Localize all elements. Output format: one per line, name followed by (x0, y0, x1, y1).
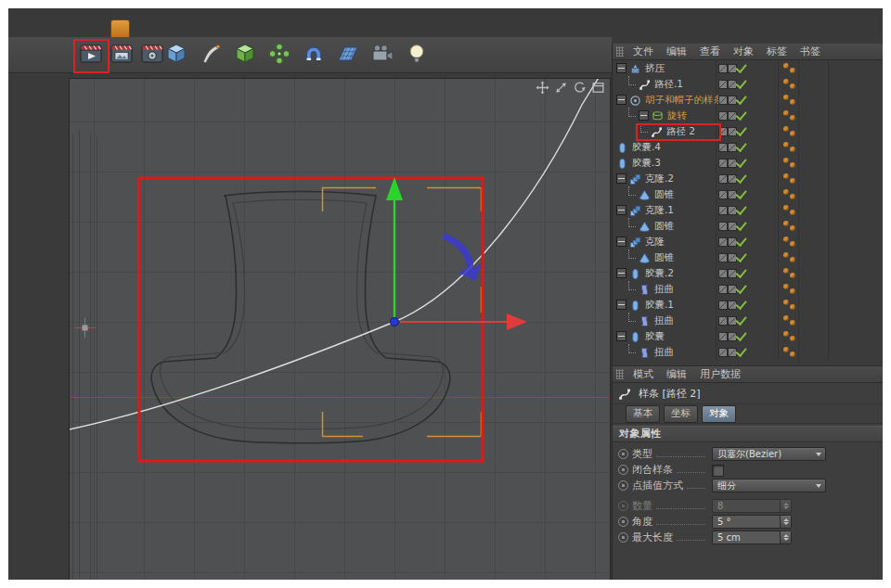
tree-row[interactable]: 扭曲 (613, 313, 883, 328)
tree-row[interactable]: 胶囊 (613, 328, 883, 344)
object-manager-menu-item[interactable]: 标签 (760, 45, 794, 58)
editor-visibility-toggle[interactable] (718, 206, 728, 215)
enabled-check-icon[interactable] (735, 93, 746, 105)
close_spline-checkbox[interactable] (712, 465, 724, 477)
editor-visibility-toggle[interactable] (718, 269, 728, 278)
enabled-check-icon[interactable] (735, 77, 746, 89)
scale-icon[interactable] (554, 81, 568, 95)
stepper-arrows[interactable] (780, 516, 791, 528)
visibility-dot-icon[interactable] (790, 225, 795, 231)
enabled-check-icon[interactable] (735, 329, 746, 341)
type-dropdown[interactable]: 贝塞尔(Bezier) (712, 447, 826, 461)
visibility-dot-icon[interactable] (783, 79, 789, 84)
visibility-dot-icon[interactable] (790, 115, 795, 121)
enabled-check-icon[interactable] (735, 124, 746, 136)
visibility-dot-icon[interactable] (783, 126, 789, 132)
enabled-check-icon[interactable] (735, 266, 746, 278)
visibility-dot-icon[interactable] (783, 331, 789, 337)
object-manager-menu-item[interactable]: 对象 (727, 45, 760, 58)
tree-row[interactable]: 胶囊.4 (613, 139, 883, 155)
visibility-dot-icon[interactable] (783, 236, 789, 242)
tree-row[interactable]: 路径.1 (613, 76, 883, 92)
subdivision-surface-icon[interactable] (231, 40, 259, 68)
editor-visibility-toggle[interactable] (718, 348, 728, 357)
array-icon[interactable] (265, 40, 293, 68)
enabled-check-icon[interactable] (735, 345, 746, 357)
tree-row[interactable]: 克隆.2 (613, 171, 883, 186)
enabled-check-icon[interactable] (735, 109, 746, 121)
panel-grip-icon[interactable] (616, 46, 624, 57)
tab-对象[interactable]: 对象 (702, 405, 736, 423)
tab-基本[interactable]: 基本 (626, 405, 660, 423)
stepper-arrows[interactable] (780, 531, 791, 543)
editor-visibility-toggle[interactable] (718, 253, 728, 262)
enabled-check-icon[interactable] (735, 172, 746, 184)
visibility-dot-icon[interactable] (783, 300, 789, 305)
selected-point[interactable] (391, 318, 399, 326)
visibility-dot-icon[interactable] (790, 68, 795, 73)
visibility-dot-icon[interactable] (783, 221, 789, 226)
visibility-dot-icon[interactable] (790, 178, 795, 184)
visibility-dot-icon[interactable] (790, 257, 795, 262)
collapse-expander[interactable] (616, 331, 626, 341)
x-axis-handle[interactable] (400, 313, 527, 330)
object-manager-menu-item[interactable]: 书签 (794, 45, 827, 58)
camera-icon[interactable] (368, 40, 396, 68)
tree-row[interactable]: 路径 2 (613, 123, 883, 139)
editor-visibility-toggle[interactable] (718, 222, 728, 231)
visibility-dot-icon[interactable] (783, 252, 789, 258)
visibility-dot-icon[interactable] (790, 320, 795, 326)
attribute-manager-menu-item[interactable]: 用户数据 (693, 367, 747, 381)
visibility-dot-icon[interactable] (783, 347, 789, 352)
editor-visibility-toggle[interactable] (718, 64, 728, 73)
visibility-dot-icon[interactable] (783, 189, 789, 195)
editor-visibility-toggle[interactable] (718, 300, 728, 310)
y-axis-handle[interactable] (386, 177, 403, 322)
count-stepper[interactable]: 8 (712, 499, 792, 513)
visibility-dot-icon[interactable] (783, 95, 789, 100)
object-manager-menu-item[interactable]: 查看 (693, 45, 727, 58)
editor-visibility-toggle[interactable] (718, 111, 728, 121)
enabled-check-icon[interactable] (735, 282, 746, 294)
object-manager-menu-item[interactable]: 编辑 (660, 45, 693, 58)
enabled-check-icon[interactable] (735, 140, 746, 152)
light-icon[interactable] (403, 40, 431, 68)
tree-row[interactable]: 圆锥 (613, 186, 883, 202)
cube-icon[interactable] (162, 40, 190, 68)
tree-row[interactable]: 旋转 (613, 108, 883, 123)
visibility-dot-icon[interactable] (783, 205, 789, 211)
visibility-dot-icon[interactable] (790, 194, 795, 199)
render-to-picture-viewer-icon[interactable] (108, 40, 136, 68)
angle-stepper[interactable]: 5 ° (712, 515, 792, 529)
visibility-dot-icon[interactable] (790, 162, 795, 168)
visibility-dot-icon[interactable] (790, 352, 795, 357)
visibility-dot-icon[interactable] (790, 83, 795, 89)
visibility-dot-icon[interactable] (790, 210, 795, 215)
visibility-dot-icon[interactable] (783, 142, 789, 147)
visibility-dot-icon[interactable] (783, 158, 789, 163)
collapse-expander[interactable] (616, 236, 626, 247)
editor-visibility-toggle[interactable] (718, 190, 728, 199)
viewport-canvas[interactable] (70, 79, 610, 580)
visibility-dot-icon[interactable] (790, 288, 795, 294)
tree-row[interactable]: 克隆.1 (613, 202, 883, 218)
collapse-expander[interactable] (639, 110, 649, 121)
tree-row[interactable]: 扭曲 (613, 281, 883, 297)
render-view-icon[interactable] (77, 40, 105, 68)
visibility-dot-icon[interactable] (783, 173, 789, 179)
tree-row[interactable]: 扭曲 (613, 344, 883, 360)
editor-visibility-toggle[interactable] (718, 285, 728, 294)
keyframe-toggle-icon[interactable] (618, 480, 628, 491)
collapse-expander[interactable] (616, 95, 626, 105)
enabled-check-icon[interactable] (735, 313, 746, 326)
stepper-down-icon[interactable] (783, 538, 789, 541)
enabled-check-icon[interactable] (735, 203, 746, 215)
max_length-stepper[interactable]: 5 cm (712, 530, 792, 544)
keyframe-toggle-icon[interactable] (618, 449, 628, 459)
tree-row[interactable]: 胶囊.3 (613, 155, 883, 171)
collapse-expander[interactable] (616, 300, 626, 310)
pen-icon[interactable] (197, 40, 225, 68)
collapse-expander[interactable] (616, 63, 626, 73)
object-manager-menu-item[interactable]: 文件 (626, 45, 660, 58)
bank-rotation-handle[interactable] (442, 233, 482, 281)
